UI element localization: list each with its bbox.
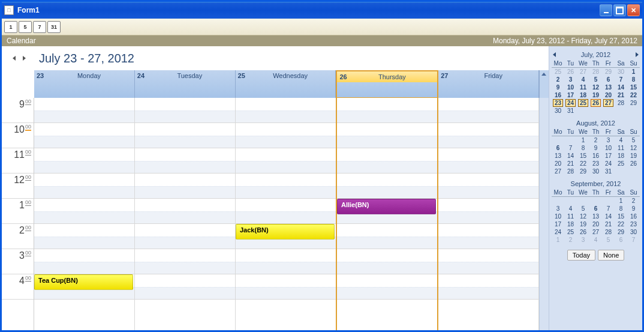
date-cell[interactable]: 14: [564, 152, 577, 160]
date-cell[interactable]: 8: [627, 76, 640, 83]
date-cell[interactable]: 3: [552, 205, 564, 213]
date-cell[interactable]: [627, 107, 640, 115]
date-cell[interactable]: 28: [602, 228, 615, 236]
date-cell[interactable]: 30: [552, 107, 564, 115]
date-cell[interactable]: 26: [564, 68, 577, 76]
date-cell[interactable]: 25: [564, 228, 577, 236]
date-cell[interactable]: 17: [564, 91, 577, 99]
date-cell[interactable]: 12: [627, 144, 640, 152]
date-cell[interactable]: 2: [589, 136, 602, 145]
date-cell[interactable]: 31: [602, 168, 615, 175]
appointment[interactable]: Jack(BN): [236, 224, 335, 240]
date-cell[interactable]: 3: [564, 76, 577, 83]
day-header[interactable]: 24Tuesday: [135, 70, 236, 98]
date-cell[interactable]: 21: [615, 91, 627, 99]
date-cell[interactable]: 1: [615, 197, 627, 205]
date-cell[interactable]: 18: [564, 220, 577, 228]
date-cell[interactable]: 6: [602, 76, 615, 83]
date-cell[interactable]: 17: [602, 152, 615, 160]
date-cell[interactable]: [615, 107, 627, 115]
date-cell[interactable]: [627, 168, 640, 175]
date-cell[interactable]: 5: [602, 236, 615, 244]
date-cell[interactable]: 27: [552, 168, 564, 175]
date-cell[interactable]: [577, 197, 589, 205]
date-cell[interactable]: 2: [552, 76, 564, 83]
view-day-button[interactable]: 1: [4, 21, 17, 33]
date-cell[interactable]: 24: [602, 160, 615, 168]
view-month-button[interactable]: 31: [47, 21, 61, 33]
date-cell[interactable]: 5: [627, 136, 640, 145]
day-column[interactable]: Allie(BN): [336, 98, 438, 330]
date-cell[interactable]: 21: [602, 220, 615, 228]
appointment[interactable]: Tea Cup(BN): [34, 274, 133, 290]
date-cell[interactable]: 3: [602, 136, 615, 145]
day-column[interactable]: [135, 98, 236, 330]
date-cell[interactable]: 18: [615, 152, 627, 160]
view-week-button[interactable]: 7: [33, 21, 46, 33]
next-month-button[interactable]: [636, 52, 639, 57]
appointment[interactable]: Allie(BN): [337, 199, 436, 214]
date-cell[interactable]: 1: [552, 236, 564, 244]
day-header[interactable]: 25Wednesday: [236, 70, 336, 98]
date-cell[interactable]: 10: [552, 213, 564, 220]
date-cell[interactable]: 13: [602, 83, 615, 91]
date-cell[interactable]: 23: [552, 99, 564, 107]
date-cell[interactable]: 4: [589, 236, 602, 244]
date-cell[interactable]: 19: [589, 91, 602, 99]
date-cell[interactable]: 27: [577, 68, 589, 76]
day-column[interactable]: Tea Cup(BN): [34, 98, 135, 330]
maximize-button[interactable]: [613, 4, 626, 16]
close-button[interactable]: [627, 4, 640, 16]
date-cell[interactable]: 8: [615, 205, 627, 213]
date-cell[interactable]: 17: [552, 220, 564, 228]
date-cell[interactable]: 1: [627, 68, 640, 76]
date-cell[interactable]: 16: [627, 213, 640, 220]
date-cell[interactable]: 19: [627, 152, 640, 160]
date-cell[interactable]: 4: [577, 76, 589, 83]
date-cell[interactable]: 31: [564, 107, 577, 115]
date-cell[interactable]: [577, 107, 589, 115]
date-cell[interactable]: 2: [627, 197, 640, 205]
date-cell[interactable]: 21: [564, 160, 577, 168]
date-cell[interactable]: 15: [577, 152, 589, 160]
date-cell[interactable]: [602, 197, 615, 205]
date-cell[interactable]: 27: [589, 228, 602, 236]
date-cell[interactable]: 28: [615, 99, 627, 107]
date-cell[interactable]: 2: [564, 236, 577, 244]
date-cell[interactable]: 12: [589, 83, 602, 91]
date-cell[interactable]: 30: [615, 68, 627, 76]
date-cell[interactable]: 9: [627, 205, 640, 213]
date-cell[interactable]: 25: [552, 68, 564, 76]
date-cell[interactable]: 13: [589, 213, 602, 220]
date-cell[interactable]: 7: [602, 205, 615, 213]
date-cell[interactable]: 10: [602, 144, 615, 152]
day-header[interactable]: 27Friday: [438, 70, 539, 98]
date-cell[interactable]: 11: [615, 144, 627, 152]
date-cell[interactable]: 14: [602, 213, 615, 220]
date-cell[interactable]: 20: [552, 160, 564, 168]
date-cell[interactable]: 24: [552, 228, 564, 236]
date-cell[interactable]: 5: [589, 76, 602, 83]
date-cell[interactable]: 4: [564, 205, 577, 213]
date-cell[interactable]: 22: [615, 220, 627, 228]
date-cell[interactable]: [564, 136, 577, 145]
date-cell[interactable]: [552, 197, 564, 205]
day-column[interactable]: Jack(BN): [236, 98, 336, 330]
date-cell[interactable]: 29: [577, 168, 589, 175]
date-cell[interactable]: 7: [615, 76, 627, 83]
titlebar[interactable]: □ Form1: [2, 2, 642, 19]
next-range-button[interactable]: [23, 56, 26, 61]
prev-month-button[interactable]: [553, 52, 556, 57]
date-cell[interactable]: 30: [627, 228, 640, 236]
date-cell[interactable]: 16: [552, 91, 564, 99]
date-cell[interactable]: 19: [577, 220, 589, 228]
date-cell[interactable]: 6: [552, 144, 564, 152]
date-cell[interactable]: 5: [577, 205, 589, 213]
date-cell[interactable]: 26: [627, 160, 640, 168]
date-cell[interactable]: 6: [589, 205, 602, 213]
view-workweek-button[interactable]: 5: [19, 21, 32, 33]
date-cell[interactable]: 18: [577, 91, 589, 99]
day-header[interactable]: 26Thursday: [336, 70, 438, 98]
date-cell[interactable]: 28: [589, 68, 602, 76]
date-cell[interactable]: 10: [564, 83, 577, 91]
